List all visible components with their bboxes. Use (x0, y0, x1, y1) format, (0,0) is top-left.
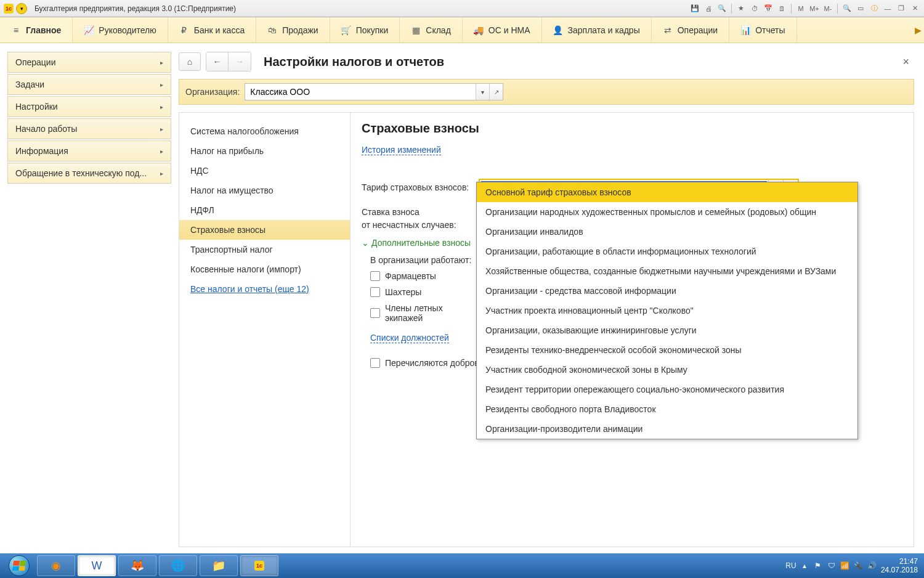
sidebar-info[interactable]: Информация▸ (7, 140, 171, 161)
mplus-icon[interactable]: M+ (809, 4, 820, 14)
dropdown-item[interactable]: Участник проекта инновационный центр "Ск… (477, 301, 857, 320)
taskbar-word[interactable]: W (78, 555, 116, 576)
nav-operations[interactable]: ⇄Операции (652, 17, 730, 43)
nav-assets[interactable]: 🚚ОС и НМА (463, 17, 542, 43)
home-button[interactable]: ⌂ (179, 52, 201, 71)
sidebar-start[interactable]: Начало работы▸ (7, 118, 171, 139)
tray-flag-icon[interactable]: ⚑ (813, 561, 823, 571)
sidebar-label: Информация (15, 146, 68, 156)
checkbox[interactable] (370, 308, 380, 318)
tax-menu-item-active[interactable]: Страховые взносы (179, 220, 350, 240)
tray-shield-icon[interactable]: 🛡 (827, 561, 837, 571)
dropdown-item[interactable]: Организации-производители анимации (477, 419, 857, 439)
tray-power-icon[interactable]: 🔌 (854, 561, 864, 571)
nav-warehouse[interactable]: ▦Склад (400, 17, 463, 43)
nav-main[interactable]: ≡Главное (0, 17, 73, 43)
grid-icon: ▦ (411, 25, 421, 35)
maximize-button[interactable]: ❐ (896, 4, 907, 14)
dropdown-item[interactable]: Организации, работающие в области информ… (477, 242, 857, 261)
org-input[interactable] (245, 87, 476, 97)
dropdown-item[interactable]: Организации - средства массовой информац… (477, 281, 857, 301)
dropdown-item[interactable]: Резиденты технико-внедренческой особой э… (477, 340, 857, 360)
m-icon[interactable]: M (795, 4, 806, 14)
save-icon[interactable]: 💾 (689, 4, 700, 14)
expander-label: Дополнительные взносы (371, 238, 471, 248)
dropdown-item[interactable]: Основной тариф страховых взносов (477, 182, 857, 202)
dropdown-icon[interactable]: ▾ (16, 3, 27, 14)
zoom-icon[interactable]: 🔍 (841, 4, 853, 14)
nav-salary[interactable]: 👤Зарплата и кадры (542, 17, 652, 43)
nav-manager[interactable]: 📈Руководителю (73, 17, 168, 43)
tax-menu-item[interactable]: Налог на прибыль (179, 141, 350, 161)
sidebar-tasks[interactable]: Задачи▸ (7, 74, 171, 95)
info-icon[interactable]: ⓘ (869, 4, 880, 14)
nav-sales[interactable]: 🛍Продажи (256, 17, 330, 43)
dropdown-item[interactable]: Организации инвалидов (477, 222, 857, 242)
tray-up-icon[interactable]: ▴ (800, 561, 809, 571)
taskbar-chrome[interactable]: 🌐 (159, 555, 197, 576)
forward-button[interactable]: → (229, 52, 251, 71)
dropdown-item[interactable]: Резиденты свободного порта Владивосток (477, 399, 857, 419)
back-button[interactable]: ← (206, 52, 229, 71)
nav-bank[interactable]: ₽Банк и касса (168, 17, 256, 43)
taskbar-1c[interactable]: 1c (240, 555, 278, 576)
sidebar-settings[interactable]: Настройки▸ (7, 96, 171, 117)
tax-menu-item[interactable]: НДФЛ (179, 200, 350, 220)
section-title: Страховые взносы (362, 121, 902, 136)
mminus-icon[interactable]: M- (822, 4, 833, 14)
taskbar-firefox[interactable]: 🦊 (118, 555, 156, 576)
sidebar-support[interactable]: Обращение в техническую под...▸ (7, 163, 171, 184)
dropdown-item[interactable]: Организации народных художественных пром… (477, 202, 857, 222)
nav-label: ОС и НМА (488, 25, 530, 35)
checkbox[interactable] (370, 271, 380, 281)
dropdown-item[interactable]: Хозяйственные общества, созданные бюджет… (477, 261, 857, 281)
favorite-icon[interactable]: ★ (736, 4, 747, 14)
chevron-right-icon: ▸ (160, 59, 163, 66)
tray-volume-icon[interactable]: 🔊 (867, 561, 877, 571)
minimize-button[interactable]: — (882, 4, 893, 14)
taskbar-media[interactable]: ◉ (37, 555, 75, 576)
calc-icon[interactable]: 🗓 (776, 4, 787, 14)
checkbox[interactable] (370, 287, 380, 297)
nav-more-icon[interactable]: ▶ (912, 17, 924, 43)
tariff-dropdown-list[interactable]: Основной тариф страховых взносов Организ… (476, 182, 858, 439)
checkbox[interactable] (370, 358, 380, 368)
org-open-button[interactable]: ↗ (489, 84, 503, 100)
panels-icon[interactable]: ▭ (855, 4, 866, 14)
nav-purchases[interactable]: 🛒Покупки (330, 17, 400, 43)
org-dropdown-button[interactable]: ▾ (476, 84, 489, 100)
preview-icon[interactable]: 🔍 (716, 4, 727, 14)
chevron-right-icon: ▸ (160, 81, 163, 88)
checkbox-label: Шахтеры (385, 287, 421, 297)
chevron-right-icon: ▸ (160, 126, 163, 132)
tray-network-icon[interactable]: 📶 (840, 561, 850, 571)
tax-menu-item[interactable]: Система налогообложения (179, 121, 350, 141)
tax-menu-item[interactable]: Транспортный налог (179, 240, 350, 259)
tax-menu-item[interactable]: НДС (179, 161, 350, 181)
start-button[interactable] (2, 553, 36, 578)
tax-menu-all-link[interactable]: Все налоги и отчеты (еще 12) (179, 279, 350, 299)
nav-label: Продажи (282, 25, 318, 35)
calendar-icon[interactable]: 📅 (763, 4, 774, 14)
dropdown-item[interactable]: Организации, оказывающие инжиниринговые … (477, 320, 857, 340)
organization-bar: Организация: ▾ ↗ (179, 79, 914, 105)
close-button[interactable]: ✕ (909, 4, 920, 14)
dropdown-item[interactable]: Участник свободной экономической зоны в … (477, 360, 857, 380)
cart-icon: 🛒 (341, 25, 351, 35)
history-icon[interactable]: ⏱ (749, 4, 760, 14)
dropdown-item[interactable]: Резидент территории опережающего социаль… (477, 380, 857, 399)
positions-link[interactable]: Списки должностей (370, 333, 449, 343)
sidebar-operations[interactable]: Операции▸ (7, 52, 171, 73)
tax-menu-item[interactable]: Налог на имущество (179, 181, 350, 200)
taskbar-explorer[interactable]: 📁 (200, 555, 238, 576)
tax-content: Страховые взносы История изменений Тариф… (351, 113, 914, 547)
menu-icon: ≡ (11, 25, 21, 35)
nav-reports[interactable]: 📊Отчеты (729, 17, 796, 43)
history-link[interactable]: История изменений (362, 145, 441, 155)
tax-menu-item[interactable]: Косвенные налоги (импорт) (179, 259, 350, 279)
org-field[interactable]: ▾ ↗ (245, 83, 503, 100)
print-icon[interactable]: 🖨 (703, 4, 714, 14)
page-close-button[interactable]: × (898, 53, 914, 71)
lang-indicator[interactable]: RU (786, 561, 796, 571)
taskbar-clock[interactable]: 21:47 24.07.2018 (881, 557, 918, 575)
